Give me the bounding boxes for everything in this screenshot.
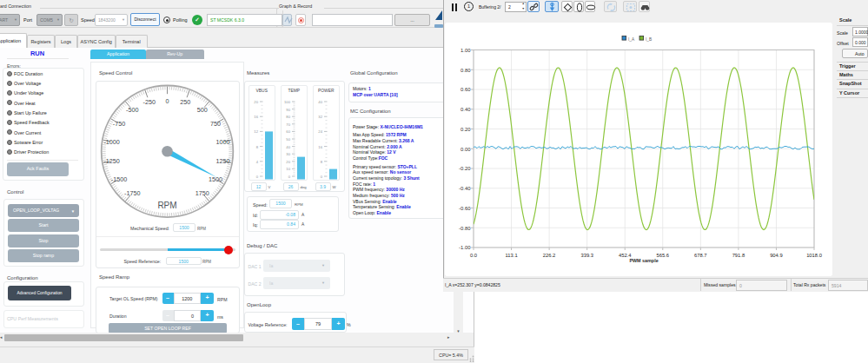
svg-text:16: 16 xyxy=(318,145,322,149)
svg-text:0: 0 xyxy=(166,97,169,105)
svg-text:0.80: 0.80 xyxy=(461,68,471,73)
svg-text:750: 750 xyxy=(210,120,221,128)
svg-text:50: 50 xyxy=(286,137,290,142)
svg-text:1750: 1750 xyxy=(195,189,209,197)
svg-text:339.3: 339.3 xyxy=(580,253,593,258)
svg-text:8: 8 xyxy=(255,145,258,149)
svg-text:80: 80 xyxy=(286,115,290,119)
svg-text:-1.00: -1.00 xyxy=(459,245,471,250)
svg-text:452.4: 452.4 xyxy=(619,253,632,258)
svg-text:904.9: 904.9 xyxy=(770,253,783,258)
svg-text:40: 40 xyxy=(286,145,290,149)
svg-text:500: 500 xyxy=(197,106,208,114)
svg-text:32: 32 xyxy=(318,115,322,119)
svg-text:-500: -500 xyxy=(126,106,138,114)
svg-text:4: 4 xyxy=(255,160,258,164)
svg-text:0: 0 xyxy=(255,175,258,179)
svg-text:-1250: -1250 xyxy=(103,157,119,165)
svg-text:0.60: 0.60 xyxy=(461,87,471,92)
svg-text:791.8: 791.8 xyxy=(732,253,745,258)
svg-text:PWM sample: PWM sample xyxy=(629,258,658,263)
svg-text:10: 10 xyxy=(286,167,290,171)
svg-text:I_B: I_B xyxy=(646,37,652,42)
svg-text:113.1: 113.1 xyxy=(506,253,518,258)
svg-text:12: 12 xyxy=(254,129,258,134)
svg-text:0: 0 xyxy=(320,175,322,179)
svg-text:0.20: 0.20 xyxy=(461,127,471,132)
svg-text:0.40: 0.40 xyxy=(461,107,471,112)
svg-text:-0.40: -0.40 xyxy=(459,186,471,191)
svg-text:-1500: -1500 xyxy=(111,175,127,183)
svg-text:1500: 1500 xyxy=(209,175,222,183)
svg-text:-250: -250 xyxy=(143,98,156,106)
svg-text:250: 250 xyxy=(180,98,190,106)
svg-text:1000: 1000 xyxy=(215,138,229,146)
svg-text:90: 90 xyxy=(286,108,290,112)
svg-text:16: 16 xyxy=(254,115,258,119)
svg-text:100: 100 xyxy=(284,100,291,104)
svg-text:1250: 1250 xyxy=(215,157,229,165)
svg-text:I_A: I_A xyxy=(628,37,635,42)
svg-text:-1000: -1000 xyxy=(103,138,119,146)
svg-text:-0.60: -0.60 xyxy=(459,206,471,211)
svg-text:20: 20 xyxy=(254,100,258,104)
svg-text:-0.20: -0.20 xyxy=(459,166,471,171)
svg-text:40: 40 xyxy=(318,100,322,104)
svg-text:0.0: 0.0 xyxy=(470,253,477,258)
svg-text:30: 30 xyxy=(286,152,290,156)
svg-text:-750: -750 xyxy=(113,120,125,128)
svg-text:60: 60 xyxy=(286,129,290,134)
svg-text:70: 70 xyxy=(286,122,290,127)
svg-text:1018.0: 1018.0 xyxy=(806,253,822,258)
svg-text:226.2: 226.2 xyxy=(543,253,556,258)
svg-text:0: 0 xyxy=(288,175,290,179)
svg-text:1.00: 1.00 xyxy=(461,48,471,53)
svg-text:0.00: 0.00 xyxy=(461,147,471,152)
svg-text:RPM: RPM xyxy=(157,201,176,210)
svg-text:8: 8 xyxy=(320,160,322,164)
svg-text:678.7: 678.7 xyxy=(694,253,707,258)
svg-text:20: 20 xyxy=(286,160,290,164)
svg-text:-0.80: -0.80 xyxy=(459,226,471,231)
svg-text:565.6: 565.6 xyxy=(657,253,670,258)
svg-text:-1750: -1750 xyxy=(124,189,140,197)
svg-text:24: 24 xyxy=(318,129,322,134)
